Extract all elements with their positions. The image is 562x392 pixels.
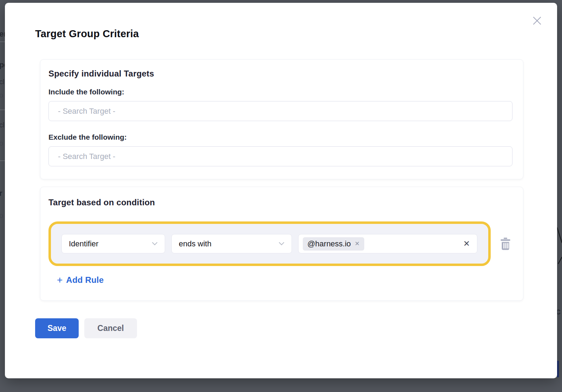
- chip-remove-icon[interactable]: ✕: [355, 241, 360, 247]
- attribute-select-value: Identifier: [69, 239, 98, 248]
- background-text-fragment: r: [0, 189, 2, 198]
- background-line-fragment: [557, 225, 562, 270]
- condition-section: Target based on condition Identifier end…: [40, 187, 523, 301]
- background-accent-bar: [557, 361, 559, 377]
- plus-icon: +: [57, 275, 63, 285]
- background-text-fragment: pe: [0, 60, 5, 69]
- background-text-fragment: o: [0, 212, 3, 220]
- background-right-strip: c: [557, 0, 562, 392]
- background-text-fragment: o: [0, 139, 3, 147]
- rule-row-highlight: Identifier ends with @harness.io ✕: [48, 221, 491, 266]
- operator-select[interactable]: ends with: [171, 234, 292, 253]
- operator-select-value: ends with: [179, 239, 211, 248]
- background-text-fragment: o: [0, 91, 3, 99]
- value-chip: @harness.io ✕: [303, 237, 364, 251]
- background-text-fragment: cl: [0, 121, 4, 129]
- background-left-strip: er pe cl o cl o r o: [0, 0, 5, 392]
- background-text-fragment: er: [0, 29, 5, 39]
- delete-rule-icon[interactable]: [500, 237, 511, 251]
- background-divider: [0, 160, 5, 161]
- exclude-label: Exclude the following:: [48, 133, 512, 141]
- individual-targets-section: Specify individual Targets Include the f…: [40, 59, 523, 179]
- add-rule-button[interactable]: + Add Rule: [57, 275, 104, 285]
- include-label: Include the following:: [48, 88, 512, 96]
- chevron-down-icon: [152, 242, 158, 246]
- value-chip-label: @harness.io: [307, 239, 351, 248]
- exclude-target-search-input[interactable]: [48, 146, 512, 166]
- background-divider: [0, 109, 5, 110]
- close-icon[interactable]: [530, 14, 544, 27]
- save-button[interactable]: Save: [35, 318, 79, 338]
- section-heading-condition: Target based on condition: [48, 198, 512, 207]
- attribute-select[interactable]: Identifier: [61, 234, 165, 253]
- background-text-fragment: c: [557, 306, 561, 317]
- rule-row: Identifier ends with @harness.io ✕: [48, 221, 512, 266]
- cancel-button[interactable]: Cancel: [84, 318, 137, 338]
- target-group-criteria-modal: Target Group Criteria Specify individual…: [5, 3, 557, 378]
- modal-footer: Save Cancel: [35, 318, 557, 338]
- background-divider: [0, 41, 5, 42]
- clear-values-icon[interactable]: ✕: [463, 240, 470, 248]
- background-text-fragment: cl: [0, 78, 4, 86]
- section-heading-individual-targets: Specify individual Targets: [48, 69, 512, 79]
- include-target-search-input[interactable]: [48, 101, 512, 121]
- chevron-down-icon: [279, 242, 285, 246]
- rule-values-input[interactable]: @harness.io ✕ ✕: [298, 234, 477, 253]
- modal-title: Target Group Criteria: [5, 3, 557, 40]
- add-rule-label: Add Rule: [66, 275, 104, 285]
